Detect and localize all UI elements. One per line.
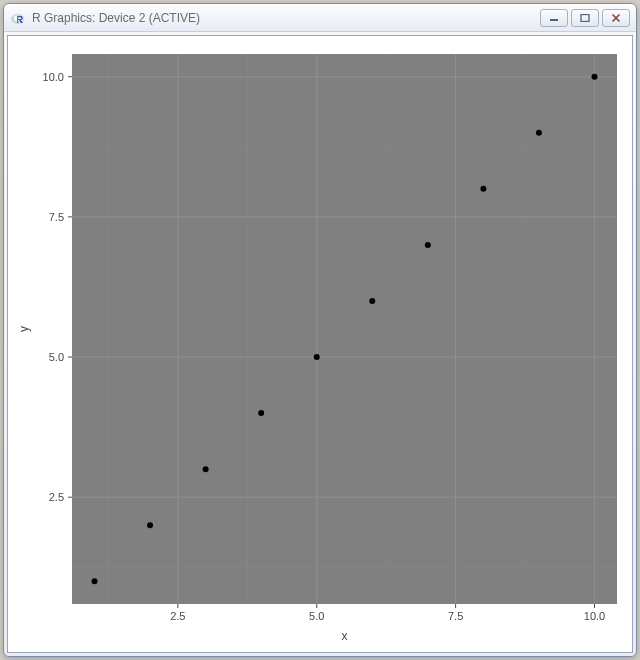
- data-point: [480, 186, 486, 192]
- data-point: [425, 242, 431, 248]
- svg-rect-3: [581, 14, 589, 21]
- x-tick-label: 2.5: [170, 610, 185, 622]
- window-controls: [540, 9, 630, 27]
- plot-area: 2.55.07.510.02.55.07.510.0xy: [7, 35, 633, 653]
- r-graphics-window: R Graphics: Device 2 (ACTIVE) 2.55.07.51…: [3, 3, 637, 657]
- minimize-button[interactable]: [540, 9, 568, 27]
- y-tick-label: 10.0: [43, 71, 64, 83]
- y-tick-label: 7.5: [49, 211, 64, 223]
- data-point: [314, 354, 320, 360]
- x-tick-label: 5.0: [309, 610, 324, 622]
- x-tick-label: 7.5: [448, 610, 463, 622]
- r-app-icon: [10, 10, 26, 26]
- x-tick-label: 10.0: [584, 610, 605, 622]
- y-tick-label: 2.5: [49, 491, 64, 503]
- data-point: [258, 410, 264, 416]
- data-point: [147, 522, 153, 528]
- scatter-plot: 2.55.07.510.02.55.07.510.0xy: [8, 36, 632, 652]
- x-axis-label: x: [342, 629, 348, 643]
- window-title: R Graphics: Device 2 (ACTIVE): [32, 11, 540, 25]
- data-point: [536, 130, 542, 136]
- titlebar[interactable]: R Graphics: Device 2 (ACTIVE): [4, 4, 636, 32]
- close-button[interactable]: [602, 9, 630, 27]
- y-tick-label: 5.0: [49, 351, 64, 363]
- data-point: [369, 298, 375, 304]
- svg-rect-2: [550, 19, 558, 21]
- data-point: [592, 74, 598, 80]
- data-point: [92, 578, 98, 584]
- y-axis-label: y: [17, 326, 31, 332]
- data-point: [203, 466, 209, 472]
- maximize-button[interactable]: [571, 9, 599, 27]
- panel-background: [72, 54, 617, 604]
